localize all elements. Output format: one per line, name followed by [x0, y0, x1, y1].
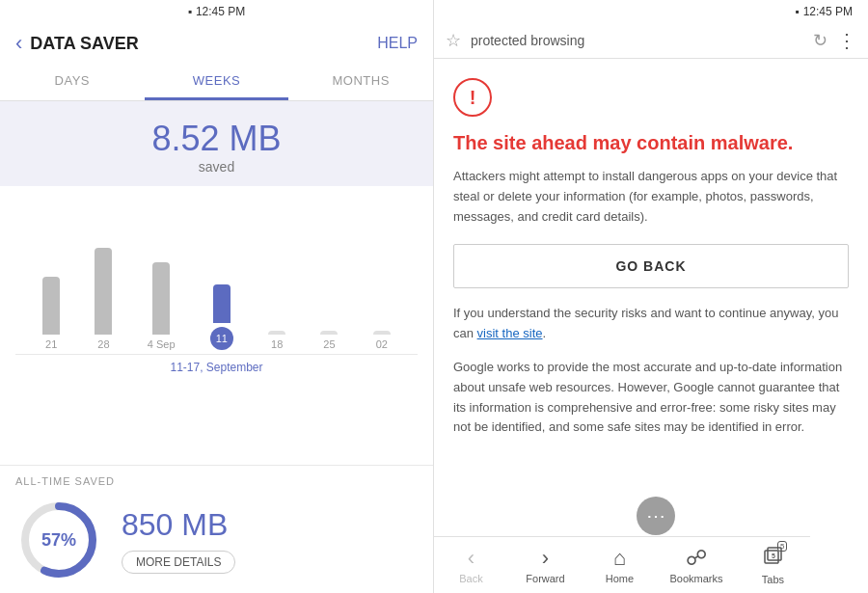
- nav-back[interactable]: ‹ Back: [447, 546, 495, 584]
- bars-container: 21 28 4 Sep 11 18 25: [15, 196, 418, 350]
- bar-item-28[interactable]: 28: [95, 248, 112, 350]
- bar-25: [320, 331, 338, 335]
- alltime-right: 850 MB MORE DETAILS: [122, 507, 235, 574]
- tabs-bar: DAYS WEEKS MONTHS: [0, 64, 433, 101]
- bar-28: [95, 248, 112, 335]
- star-icon[interactable]: ☆: [446, 30, 461, 51]
- bar-21: [42, 277, 60, 335]
- status-bar-right: ▪ 12:45 PM: [434, 0, 868, 23]
- warning-icon: !: [453, 78, 492, 117]
- bar-label-28: 28: [97, 338, 109, 350]
- bar-label-4sep: 4 Sep: [148, 338, 176, 350]
- warning-title: The site ahead may contain malware.: [453, 130, 849, 155]
- status-bar-left: ▪ 12:45 PM: [0, 0, 433, 23]
- more-options-icon[interactable]: ⋮: [837, 29, 856, 52]
- bookmarks-nav-icon: ☍: [686, 546, 707, 571]
- savings-amount: 8.52 MB: [0, 119, 433, 159]
- go-back-button[interactable]: GO BACK: [453, 244, 849, 288]
- bar-label-25: 25: [323, 338, 335, 350]
- bar-item-11[interactable]: 11: [210, 284, 233, 350]
- bar-4sep: [152, 262, 170, 335]
- alltime-amount: 850 MB: [122, 507, 228, 543]
- bar-label-11: 11: [210, 327, 233, 350]
- alltime-content: 57% 850 MB MORE DETAILS: [15, 497, 418, 583]
- more-details-button[interactable]: MORE DETAILS: [122, 551, 235, 574]
- bar-18: [268, 331, 285, 335]
- google-info: Google works to provide the most accurat…: [453, 358, 849, 438]
- top-bar: ‹ DATA SAVER HELP: [0, 23, 433, 64]
- battery-icon-left: ▪: [188, 5, 192, 18]
- page-title: DATA SAVER: [30, 34, 377, 54]
- time-left: 12:45 PM: [196, 5, 245, 18]
- nav-forward[interactable]: › Forward: [521, 546, 569, 584]
- bar-02: [373, 331, 391, 335]
- back-nav-icon: ‹: [468, 546, 475, 571]
- nav-home[interactable]: ⌂ Home: [595, 546, 643, 584]
- exclamation-mark: !: [470, 87, 476, 109]
- bar-11: [213, 284, 231, 323]
- visit-site-link[interactable]: visit the site: [477, 326, 543, 340]
- bar-item-25[interactable]: 25: [320, 331, 338, 350]
- savings-display: 8.52 MB saved: [0, 101, 433, 186]
- warning-content: ! The site ahead may contain malware. At…: [434, 59, 868, 536]
- right-panel: ▪ 12:45 PM ☆ protected browsing ↻ ⋮ ! Th…: [434, 0, 868, 593]
- fab-button[interactable]: ⋯: [637, 497, 675, 535]
- bar-label-21: 21: [45, 338, 57, 350]
- back-button[interactable]: ‹: [15, 31, 22, 56]
- left-panel: ▪ 12:45 PM ‹ DATA SAVER HELP DAYS WEEKS …: [0, 0, 434, 593]
- bar-item-18[interactable]: 18: [268, 331, 285, 350]
- refresh-icon[interactable]: ↻: [813, 30, 827, 51]
- tab-weeks[interactable]: WEEKS: [145, 64, 289, 100]
- bar-item-21[interactable]: 21: [42, 277, 60, 350]
- battery-icon-right: ▪: [795, 5, 799, 18]
- forward-nav-label: Forward: [526, 573, 564, 584]
- tabs-nav-icon: 5: [762, 545, 783, 572]
- svg-text:5: 5: [772, 553, 775, 559]
- bottom-nav: ‹ Back › Forward ⌂ Home ☍ Bookmarks: [434, 536, 810, 593]
- forward-nav-icon: ›: [542, 546, 549, 571]
- savings-label: saved: [0, 159, 433, 175]
- chart-area: 21 28 4 Sep 11 18 25: [0, 186, 433, 465]
- bottom-area: ‹ Back › Forward ⌂ Home ☍ Bookmarks: [434, 536, 868, 593]
- alltime-section: ALL-TIME SAVED 57% 850 MB MORE DETAILS: [0, 465, 433, 593]
- date-range: 11-17, September: [15, 354, 418, 380]
- bar-item-4sep[interactable]: 4 Sep: [148, 262, 176, 350]
- bar-item-02[interactable]: 02: [373, 331, 391, 350]
- tab-days[interactable]: DAYS: [0, 64, 145, 100]
- tabs-svg-icon: 5: [762, 545, 783, 566]
- bookmarks-nav-label: Bookmarks: [669, 573, 722, 584]
- nav-bookmarks[interactable]: ☍ Bookmarks: [669, 546, 722, 584]
- tabs-nav-label: Tabs: [762, 574, 784, 585]
- time-right: 12:45 PM: [803, 5, 853, 18]
- donut-percent: 57%: [41, 530, 76, 551]
- back-nav-label: Back: [459, 573, 482, 584]
- bar-label-02: 02: [376, 338, 388, 350]
- donut-chart: 57%: [15, 497, 102, 583]
- url-text: protected browsing: [471, 33, 803, 48]
- home-nav-label: Home: [606, 573, 634, 584]
- tab-months[interactable]: MONTHS: [288, 64, 433, 100]
- bar-label-18: 18: [271, 338, 283, 350]
- home-nav-icon: ⌂: [613, 546, 626, 571]
- nav-tabs[interactable]: 5 Tabs: [748, 545, 797, 585]
- help-button[interactable]: HELP: [377, 35, 418, 52]
- visit-suffix: .: [543, 326, 547, 340]
- browser-bar: ☆ protected browsing ↻ ⋮: [434, 23, 868, 59]
- warning-description: Attackers might attempt to install dange…: [453, 167, 849, 227]
- alltime-label: ALL-TIME SAVED: [15, 475, 418, 487]
- visit-text: If you understand the security risks and…: [453, 304, 849, 344]
